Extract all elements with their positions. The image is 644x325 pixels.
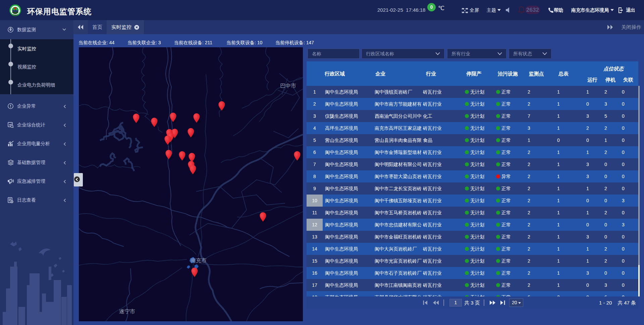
svg-text:南充市: 南充市: [191, 258, 207, 263]
svg-text:环保监测: 环保监测: [13, 14, 18, 15]
svg-text:巴中市: 巴中市: [280, 83, 296, 89]
svg-text:遂宁市: 遂宁市: [119, 309, 135, 314]
